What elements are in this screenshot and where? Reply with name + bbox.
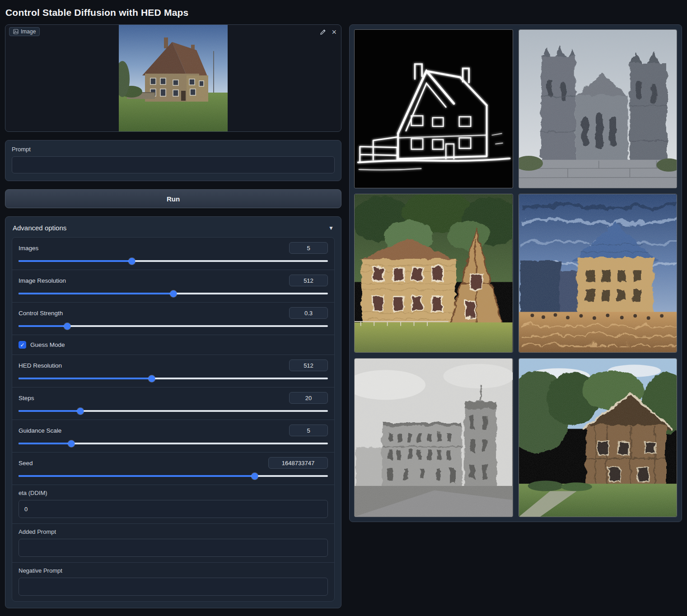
run-button[interactable]: Run (5, 189, 341, 208)
gallery-item-stone-cathedral[interactable] (519, 29, 678, 188)
control-strength-value-input[interactable] (289, 307, 328, 319)
slider-fill (19, 378, 152, 379)
seed-value-input[interactable] (268, 457, 328, 469)
control-strength-slider-row: Control Strength (12, 302, 334, 335)
advanced-controls: Images Image Resolution (12, 237, 335, 602)
gallery-item-ornate-wooden-house[interactable] (354, 194, 513, 353)
image-resolution-slider[interactable] (19, 290, 328, 297)
eta-row: eta (DDIM) (12, 485, 334, 523)
added-prompt-input[interactable] (19, 539, 328, 557)
guidance-scale-slider[interactable] (19, 440, 328, 447)
guidance-scale-label: Guidance Scale (19, 427, 61, 434)
images-label: Images (19, 245, 38, 252)
control-strength-label: Control Strength (19, 310, 63, 317)
control-strength-slider[interactable] (19, 322, 328, 329)
edit-image-button[interactable] (320, 29, 326, 35)
images-slider-row: Images (12, 238, 334, 270)
guess-mode-label: Guess Mode (30, 341, 65, 348)
seed-label: Seed (19, 460, 33, 467)
image-label: Image (21, 28, 36, 35)
hed-resolution-value-input[interactable] (289, 359, 328, 371)
guess-mode-row: ✓ Guess Mode (12, 335, 334, 355)
slider-handle[interactable] (170, 290, 177, 297)
pencil-icon (320, 29, 326, 35)
seed-slider-row: Seed (12, 452, 334, 485)
output-gallery (349, 24, 682, 522)
image-resolution-value-input[interactable] (289, 275, 328, 286)
image-input-block[interactable]: Image × (5, 24, 341, 132)
prompt-block: Prompt (5, 140, 341, 181)
right-column (349, 24, 682, 522)
gallery-item-bw-historic-building[interactable] (354, 358, 513, 517)
slider-fill (19, 475, 255, 477)
image-label-chip: Image (9, 27, 40, 36)
steps-value-input[interactable] (289, 392, 328, 404)
guess-mode-checkbox[interactable]: ✓ (19, 341, 26, 349)
prompt-label: Prompt (12, 146, 335, 153)
steps-label: Steps (19, 395, 34, 401)
slider-fill (19, 260, 132, 262)
guidance-scale-slider-row: Guidance Scale (12, 420, 334, 452)
eta-label: eta (DDIM) (19, 490, 328, 496)
guidance-scale-value-input[interactable] (289, 425, 328, 436)
slider-fill (19, 293, 173, 294)
main-layout: Image × (0, 24, 687, 608)
slider-handle[interactable] (129, 258, 136, 265)
slider-handle[interactable] (68, 440, 75, 447)
image-tools: × (320, 28, 336, 36)
steps-slider-row: Steps (12, 387, 334, 420)
images-slider[interactable] (19, 257, 328, 264)
images-value-input[interactable] (289, 242, 328, 254)
slider-handle[interactable] (251, 473, 258, 480)
prompt-input[interactable] (12, 156, 335, 173)
slider-fill (19, 410, 80, 412)
steps-slider[interactable] (19, 407, 328, 414)
advanced-title: Advanced options (13, 224, 66, 232)
page-title: Control Stable Diffusion with HED Maps (0, 0, 687, 24)
slider-handle[interactable] (77, 408, 84, 415)
hed-resolution-label: HED Resolution (19, 362, 62, 369)
gallery-grid (354, 29, 677, 517)
left-column: Image × (5, 24, 341, 608)
hed-resolution-slider[interactable] (19, 375, 328, 382)
slider-handle[interactable] (149, 375, 155, 382)
eta-input[interactable] (19, 500, 328, 518)
advanced-accordion-header[interactable]: Advanced options ▼ (12, 222, 335, 237)
accordion-arrow-icon: ▼ (328, 225, 334, 231)
slider-handle[interactable] (64, 323, 70, 330)
negative-prompt-input[interactable] (19, 578, 328, 596)
added-prompt-label: Added Prompt (19, 528, 328, 535)
gallery-item-hed-edge-map[interactable] (354, 29, 513, 188)
hed-resolution-slider-row: HED Resolution (12, 355, 334, 387)
added-prompt-row: Added Prompt (12, 523, 334, 562)
gallery-item-timber-house-lawn[interactable] (519, 358, 678, 517)
image-resolution-label: Image Resolution (19, 277, 66, 284)
slider-fill (19, 325, 67, 327)
image-resolution-slider-row: Image Resolution (12, 270, 334, 302)
seed-slider[interactable] (19, 472, 328, 479)
gallery-item-painterly-house[interactable] (519, 194, 678, 353)
uploaded-image[interactable] (119, 25, 228, 131)
slider-fill (19, 443, 71, 444)
negative-prompt-label: Negative Prompt (19, 567, 328, 574)
advanced-options-block: Advanced options ▼ Images (5, 216, 341, 608)
negative-prompt-row: Negative Prompt (12, 562, 334, 601)
image-icon (13, 29, 19, 34)
clear-image-button[interactable]: × (332, 28, 336, 36)
